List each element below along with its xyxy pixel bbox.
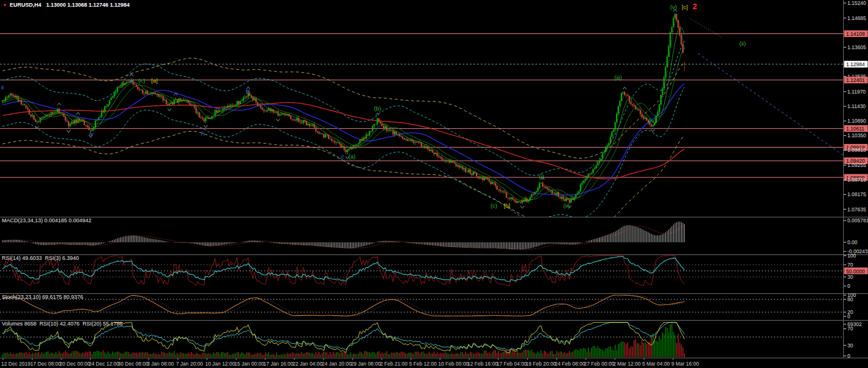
sma-mid-blue-line (2, 84, 685, 195)
wave-label[interactable]: [a] (151, 77, 158, 84)
price-tick-label: 1.10890 (847, 118, 866, 124)
fractal-up-arrow (376, 113, 379, 115)
time-axis-label: 19 Feb 20:00 (526, 361, 556, 367)
time-axis-label: 12 Dec 2019 (1, 361, 30, 367)
forecast-trendline[interactable] (698, 53, 844, 155)
price-tick-label: 1.11430 (847, 103, 866, 109)
volume-bars (2, 324, 685, 357)
wave-label[interactable]: A (201, 130, 205, 137)
fractal-down-arrow (35, 126, 39, 128)
volumes-tick-label: 0 (847, 353, 850, 359)
price-tick-label: 1.15240 (847, 0, 866, 6)
price-tick-label: 1.11970 (847, 89, 866, 95)
stoch-panel-label: Stoch(23,23,10) 69.6175 80.9376 (2, 294, 83, 300)
wave-label[interactable]: [b] (504, 202, 510, 209)
wave-label[interactable]: (v) (670, 4, 677, 10)
price-tick-label: 1.13605 (847, 44, 866, 50)
wave-label[interactable]: (ii) (563, 202, 570, 209)
fractal-down-arrow (651, 129, 655, 132)
macd-histogram (2, 222, 685, 250)
time-axis-label: 20 Dec 00:00 (59, 361, 90, 367)
fractal-down-arrow (276, 118, 280, 121)
fractal-down-arrow (520, 206, 524, 208)
time-axis-label: 22 Jan 04:00 (293, 361, 322, 367)
price-tick-label: 1.14685 (847, 15, 866, 21)
rsi-panel-label: RSI(14) 49.6033 RSI(3) 6.3940 (2, 255, 79, 261)
wave-label[interactable]: (iv) (648, 117, 656, 124)
wave-label[interactable]: B (246, 88, 249, 95)
stoch-signal-line (2, 295, 685, 316)
price-badge-label: 1.10611 (846, 126, 864, 132)
wave-label[interactable]: v (130, 77, 133, 84)
time-axis-label: 12 Feb 16:00 (467, 361, 498, 367)
price-tick-label: 1.07635 (847, 206, 866, 213)
price-chart-panel[interactable]: iiivv(c)[a]ABc(a)(b)(c)[b](i)(ii)(iii)(i… (0, 2, 844, 231)
rsi-panel[interactable] (0, 256, 844, 286)
wave-label[interactable]: (b) (374, 105, 381, 112)
volumes-panel-label: Volumes 8658 RSI(10) 42.4076 RSI(20) 55.… (2, 321, 123, 327)
volumes-tick-label: 70 (847, 325, 853, 332)
time-axis-label: 27 Feb 00:00 (584, 361, 614, 367)
price-tick-label: 1.09255 (847, 162, 866, 168)
wave-label[interactable]: (c) (138, 77, 145, 84)
fractal-up-arrow (130, 74, 134, 77)
symbol-dropdown-icon[interactable]: ▼ (2, 2, 7, 8)
time-axis-label: 10 Feb 00:00 (438, 361, 469, 367)
wave-label[interactable]: ii (1, 84, 4, 90)
stoch-tick-label: 0 (847, 313, 850, 319)
time-axis-label: 7 Jan 20:00 (176, 361, 203, 367)
time-axis-label: 29 Jan 08:00 (351, 361, 381, 367)
wave-label[interactable]: (i) (539, 173, 544, 180)
fractal-up-arrow (76, 112, 80, 115)
wave-label[interactable]: (ii) (739, 40, 746, 47)
volumes-tick-label: 30 (847, 342, 853, 349)
time-axis-label: 9 Mar 16:00 (671, 361, 699, 367)
macd-signal-line (2, 225, 685, 250)
volumes-panel[interactable] (0, 322, 844, 357)
chart-canvas[interactable]: iiivv(c)[a]ABc(a)(b)(c)[b](i)(ii)(iii)(i… (0, 0, 868, 368)
price-badge-label: 1.12401 (846, 77, 865, 83)
rsi14-line (2, 257, 685, 282)
time-axis-label: 5 Feb 12:00 (409, 361, 437, 367)
rsi-tick-label: 30 (847, 274, 853, 280)
rsi-tick-label: 0 (847, 283, 850, 289)
ohlc-readout: 1.13000 1.13068 1.12746 1.12984 (46, 2, 130, 8)
time-axis-label: 24 Feb 08:00 (555, 361, 585, 367)
wave-label[interactable]: 2 (693, 2, 697, 11)
wave-label[interactable]: [c] (682, 4, 688, 10)
price-badge-label: 1.12984 (846, 61, 865, 67)
wave-label[interactable]: (iii) (614, 74, 622, 81)
wave-label[interactable]: (c) (490, 202, 497, 209)
time-axis-label: 3 Jan 08:00 (147, 361, 174, 367)
stoch-main-line (2, 295, 685, 316)
macd-tick-label: 0.005781 (847, 217, 868, 223)
macd-panel[interactable] (2, 222, 685, 250)
chart-title: ▼EURUSD,H41.13000 1.13068 1.12746 1.1298… (2, 2, 130, 8)
rsi-tick-label: 70 (847, 262, 853, 268)
wave-label[interactable]: c (341, 153, 344, 160)
price-badge-label: 1.14108 (846, 31, 865, 37)
time-axis-label: 10 Jan 12:00 (205, 361, 235, 367)
sma-slow-red-line (2, 103, 685, 179)
fractal-up-arrow (57, 103, 61, 106)
stoch-tick-label: 80 (847, 296, 853, 302)
time-axis-label: 15 Jan 00:00 (234, 361, 264, 367)
fractal-down-arrow (204, 125, 208, 128)
rsi-tick-label: 100 (847, 253, 856, 259)
stoch-panel[interactable] (0, 295, 844, 316)
price-tick-label: 1.08715 (847, 177, 866, 183)
time-axis-label: 2 Feb 21:00 (380, 361, 408, 367)
fractal-up-arrow (623, 87, 626, 89)
symbol-timeframe-label: EURUSD,H4 (10, 2, 41, 8)
price-tick-label: 1.10350 (847, 132, 866, 138)
macd-tick-label: 0.00 (847, 239, 858, 245)
wave-label[interactable]: iv (89, 131, 93, 137)
time-axis-label: 17 Jan 16:00 (263, 361, 293, 367)
wave-label[interactable]: (a) (348, 153, 356, 160)
time-axis-label: 2 Mar 12:00 (613, 361, 641, 367)
price-tick-label: 1.08175 (847, 191, 866, 197)
forecast-dotted-segment (690, 18, 722, 38)
fractal-arrows-layer (35, 9, 677, 208)
time-axis-label: 24 Jan 20:00 (322, 361, 351, 367)
fractal-down-arrow (67, 130, 70, 132)
